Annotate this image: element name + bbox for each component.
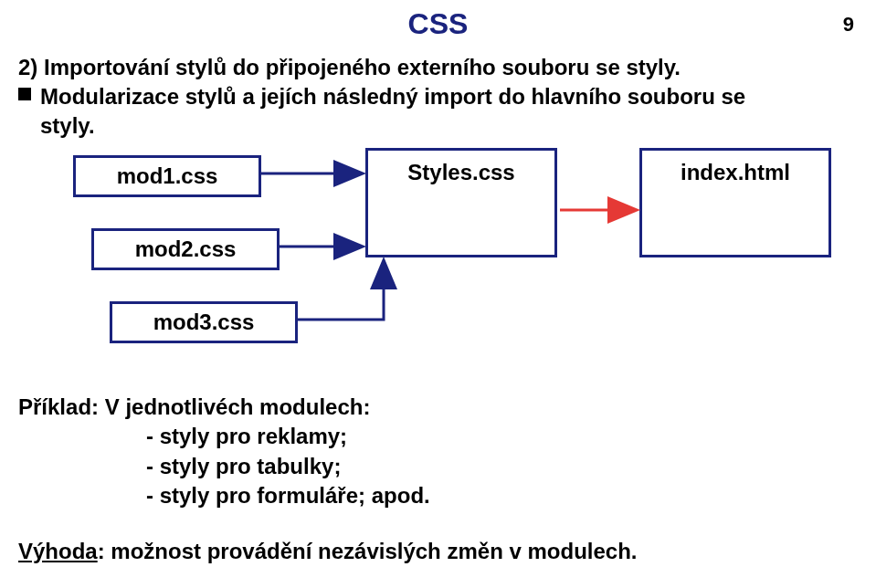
page-title: CSS [0,7,876,41]
box-styles: Styles.css [365,148,557,257]
box-mod2: mod2.css [91,228,280,270]
example-title: Příklad: V jednotlivéch modulech: [18,393,430,422]
bullet-text-line2: styly. [40,113,95,139]
example-item-3: - styly pro formuláře; apod. [146,481,430,510]
footer-label: Výhoda [18,539,98,563]
footer-rest: : možnost provádění nezávislých změn v m… [98,539,638,563]
example-block: Příklad: V jednotlivéch modulech: - styl… [18,393,430,511]
arrow-mod3-to-styles [295,262,384,320]
heading-line: 2) Importování stylů do připojeného exte… [18,55,681,80]
example-item-1: - styly pro reklamy; [146,422,430,451]
box-mod1: mod1.css [73,155,261,197]
bullet-text-line1: Modularizace stylů a jejích následný imp… [40,84,745,110]
bullet-icon [18,88,31,100]
page-number: 9 [843,13,854,37]
diagram-area: mod1.css mod2.css mod3.css Styles.css in… [0,155,876,402]
footer-line: Výhoda: možnost provádění nezávislých zm… [18,539,638,564]
box-index: index.html [639,148,831,257]
box-mod3: mod3.css [110,301,298,343]
example-item-2: - styly pro tabulky; [146,452,430,481]
